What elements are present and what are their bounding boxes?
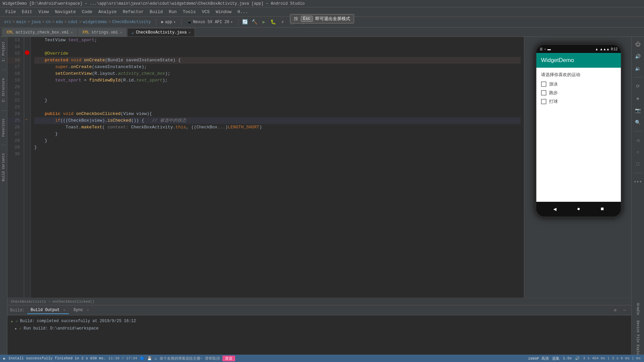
menu-refactor[interactable]: Refactor [120, 8, 146, 15]
sidebar-item-favorites[interactable]: Favorites [1, 117, 6, 138]
code-line-22: } [34, 97, 521, 104]
profile-button[interactable]: ⚡ [279, 18, 287, 26]
code-editor[interactable]: TextView text_sport; @Override protected… [31, 37, 524, 298]
volume-up-icon[interactable]: 🔊 [633, 52, 643, 61]
status-time: 11:39 / 17:34 [108, 356, 137, 360]
status-right: 1080P 高清 选集 1.5x 🔊 3 s 464 ms | 3 s 6 ms… [528, 356, 641, 361]
menu-help[interactable]: H... [235, 8, 251, 15]
run-config-dropdown[interactable]: ▶app▾ [159, 18, 178, 26]
separator-2 [634, 131, 642, 131]
phone-status-bar: ☰○▬ ▲▲▲▲ 8:12 [536, 45, 621, 53]
code-line-14 [34, 44, 521, 50]
breadcrumb: src> main> java> cn> edu> cdut> widgetde… [2, 20, 153, 24]
bottom-tabs: Build: Build Output ✕ Sync ✕ ⚙ — [7, 305, 631, 315]
code-line-24: public void onCheckboxClicked(View view)… [34, 111, 521, 117]
volume-down-icon[interactable]: 🔉 [633, 64, 643, 73]
square-icon[interactable]: □ [633, 160, 643, 169]
phone-status-icons-left: ☰○▬ [540, 47, 551, 51]
build-label: Build: [10, 308, 24, 313]
code-line-17: super.onCreate(savedInstanceState); [34, 64, 521, 70]
status-icon-2: 💾 [147, 356, 152, 361]
zoom-in-icon[interactable]: 🔍 [633, 118, 643, 127]
tab-close-icon[interactable]: ✕ [120, 31, 122, 35]
menu-code[interactable]: Code [79, 8, 95, 15]
resolution-label: 1080P 高清 [528, 356, 549, 361]
status-icon-1: 🔵 [140, 356, 145, 361]
menu-view[interactable]: View [36, 8, 51, 15]
menu-run[interactable]: Run [166, 8, 179, 15]
tab-strings-xml[interactable]: XML strings.xml ✕ [78, 28, 126, 37]
more-icon[interactable]: ••• [633, 177, 643, 187]
code-line-23 [34, 104, 521, 111]
sidebar-item-project[interactable]: 1: Project [1, 40, 6, 63]
menu-tools[interactable]: Tools [180, 8, 199, 15]
right-sidebar: ⏻ 🔊 🔉 ⟳ ◈ 📷 🔍 ◁ ○ □ ••• Gradle Device Fi… [631, 37, 644, 362]
menu-window[interactable]: Window [213, 8, 234, 15]
code-line-28: } [34, 137, 521, 144]
menu-navigate[interactable]: Navigate [52, 8, 78, 15]
send-button[interactable]: 发送 [222, 356, 235, 361]
esc-key-badge: Esc [301, 16, 313, 22]
tab-close-icon[interactable]: ✕ [189, 31, 191, 35]
sidebar-item-build-variants[interactable]: Build Variants [1, 152, 6, 183]
menu-edit[interactable]: Edit [19, 8, 35, 15]
back-icon[interactable]: ◁ [633, 135, 643, 145]
checkbox-row-baseball[interactable]: 打球 [541, 99, 616, 105]
build-settings-button[interactable]: ⚙ [611, 306, 619, 314]
tab-checkboxactivity-java[interactable]: ☕ CheckBoxActivity.java ✕ [127, 28, 195, 37]
toolbar-separator-3 [238, 19, 238, 25]
phone-mockup: ☰○▬ ▲▲▲▲ 8:12 WidgetDemo 请选择你喜欢的运动 [535, 44, 622, 218]
rotate-icon[interactable]: ⟳ [633, 81, 643, 91]
code-line-30 [34, 151, 521, 158]
phone-emulator-panel: ☰○▬ ▲▲▲▲ 8:12 WidgetDemo 请选择你喜欢的运动 [524, 37, 631, 298]
separator-3 [634, 173, 642, 173]
bottom-tab-build-output[interactable]: Build Output ✕ [27, 307, 69, 314]
menu-analyze[interactable]: Analyze [96, 8, 119, 15]
checkbox-running[interactable] [541, 90, 546, 96]
checkbox-swimming[interactable] [541, 81, 546, 87]
make-button[interactable]: 🔨 [251, 18, 259, 26]
execution-arrow: → [25, 117, 27, 122]
volume-icon: 🔊 [575, 356, 580, 361]
checkbox-baseball[interactable] [541, 99, 546, 104]
status-bar: ▶ Install successfully finished in 2 s 8… [0, 355, 644, 362]
debug-button[interactable]: 🐛 [269, 18, 277, 26]
toolbar-separator [156, 19, 156, 25]
phone-home-button[interactable]: ● [577, 206, 580, 212]
code-line-26: Toast.makeText( context: CheckBoxActivit… [34, 124, 521, 131]
power-icon[interactable]: ⏻ [633, 40, 643, 49]
bottom-panel: Build: Build Output ✕ Sync ✕ ⚙ — ▸ ✓ Bui… [7, 305, 631, 362]
tabs-bar: XML activity_check_box.xml ✕ XML strings… [0, 27, 644, 37]
phone-status-icons-right: ▲▲▲▲ 8:12 [595, 47, 618, 51]
checkbox-row-swimming[interactable]: 游泳 [541, 81, 616, 87]
bottom-tab-close[interactable]: ✕ [63, 308, 65, 312]
code-line-15: @Override [34, 50, 521, 57]
tab-activity-check-box-xml[interactable]: XML activity_check_box.xml ✕ [2, 28, 77, 37]
bottom-tab-sync[interactable]: Sync ✕ [70, 307, 92, 314]
tooltip-text: 即可退出全屏模式 [315, 16, 350, 22]
menu-build[interactable]: Build [147, 8, 165, 15]
run-button[interactable]: ▶ [260, 18, 268, 26]
fullscreen-tooltip: 按 Esc 即可退出全屏模式 [290, 14, 354, 23]
breakpoint-indicator[interactable] [25, 50, 30, 55]
camera-icon[interactable]: 📷 [633, 106, 643, 115]
build-minimize-button[interactable]: — [621, 306, 629, 314]
refresh-button[interactable]: 🔄 [241, 18, 249, 26]
checkbox-row-running[interactable]: 跑步 [541, 90, 616, 96]
code-line-25: if(((CheckBox)view).isChecked()) { // 被选… [34, 117, 521, 124]
tab-close-icon[interactable]: ✕ [71, 31, 73, 35]
zoom-level: 1.5x [563, 356, 572, 360]
device-dropdown[interactable]: 📱Nexus 5X API 26▾ [184, 18, 235, 26]
eraser-icon[interactable]: ◈ [633, 94, 643, 103]
bottom-tab-sync-close[interactable]: ✕ [87, 308, 89, 312]
home-icon[interactable]: ○ [633, 147, 643, 157]
code-line-16: protected void onCreate(Bundle savedInst… [34, 57, 521, 64]
phone-recents-button[interactable]: ■ [601, 206, 604, 212]
sidebar-item-structure[interactable]: 2: Structure [1, 77, 6, 104]
phone-content-title: 请选择你喜欢的运动 [541, 72, 616, 78]
status-cancel-text: 滑草取消 [205, 356, 220, 361]
gradle-label[interactable]: Gradle [636, 302, 640, 316]
phone-back-button[interactable]: ◀ [553, 206, 557, 213]
menu-vcs[interactable]: VCS [199, 8, 212, 15]
menu-file[interactable]: File [3, 8, 18, 15]
